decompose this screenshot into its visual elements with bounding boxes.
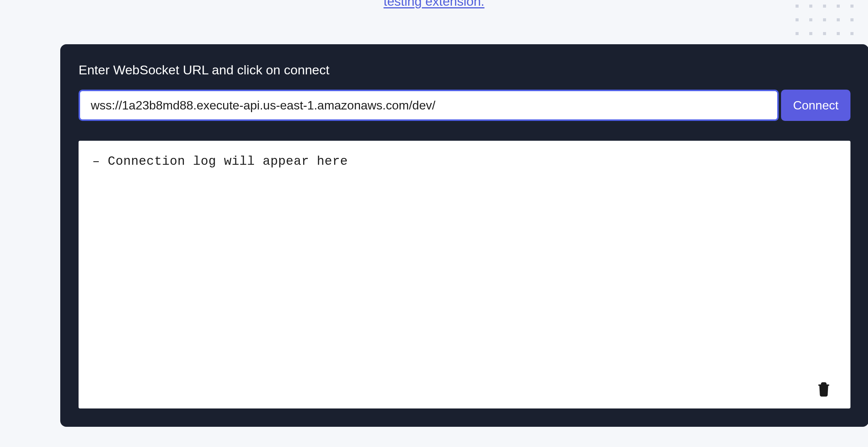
decorative-dot-grid — [796, 5, 854, 35]
trash-icon — [817, 382, 830, 397]
clear-log-button[interactable] — [816, 381, 831, 398]
websocket-tester-card: Enter WebSocket URL and click on connect… — [60, 44, 868, 427]
card-title: Enter WebSocket URL and click on connect — [79, 63, 850, 77]
websocket-url-input[interactable] — [79, 90, 779, 121]
testing-extension-link[interactable]: testing extension. — [384, 0, 485, 9]
connect-button[interactable]: Connect — [781, 90, 850, 121]
connection-log-panel: – Connection log will appear here — [79, 141, 850, 408]
input-row: Connect — [79, 90, 850, 121]
log-placeholder-text: – Connection log will appear here — [92, 154, 837, 169]
